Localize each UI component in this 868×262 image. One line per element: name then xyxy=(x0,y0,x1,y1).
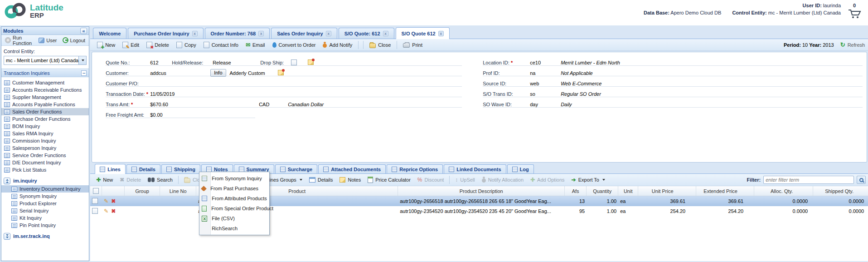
close-tab-icon[interactable]: x xyxy=(326,31,331,36)
print-button[interactable]: Print xyxy=(400,40,426,49)
select-all-checkbox[interactable] xyxy=(93,188,99,194)
source-id-value[interactable]: web xyxy=(530,81,561,86)
lines-search-button[interactable]: Search xyxy=(145,176,176,184)
close-tab-icon[interactable]: x xyxy=(192,31,198,36)
sidebar-item-de-document-inquiry[interactable]: D/E Document Inquiry xyxy=(1,159,89,166)
col-extended-price[interactable]: Extended Price xyxy=(696,186,754,196)
sidebar-item-purchase-order-functions[interactable]: Purchase Order Functions xyxy=(1,115,89,123)
sidebar-group-im-inquiry[interactable]: im.inquiry xyxy=(1,176,89,185)
hold-release-value[interactable]: Release xyxy=(213,60,260,65)
export-to-button[interactable]: ➔Export To xyxy=(568,176,608,184)
delete-x-icon[interactable]: ✖ xyxy=(111,198,116,204)
tab-so-quote-612-inquiry[interactable]: S/O Quote: 612x xyxy=(339,28,394,39)
upsell-button[interactable]: ↕UpSell xyxy=(452,176,478,184)
convert-to-order-button[interactable]: Convert to Order xyxy=(269,41,319,49)
add-notify-button[interactable]: Add Notify xyxy=(320,41,355,49)
col-group[interactable]: Group xyxy=(125,186,160,196)
sidebar-item-sales-rma-inquiry[interactable]: Sales RMA Inquiry xyxy=(1,130,89,137)
delete-x-icon[interactable]: ✖ xyxy=(111,208,116,214)
location-id-value[interactable]: ce10 xyxy=(530,60,561,65)
new-button[interactable]: ✚New xyxy=(94,40,118,49)
prof-id-value[interactable]: na xyxy=(530,70,561,76)
sidebar-item-service-order-functions[interactable]: Service Order Functions xyxy=(1,152,89,159)
tab-log[interactable]: Log xyxy=(507,164,534,173)
sidebar-item-kit-inquiry[interactable]: Kit Inquiry xyxy=(1,214,89,222)
col-product-description[interactable]: Product Description xyxy=(398,186,565,196)
tab-purchase-order-inquiry[interactable]: Purchase Order Inquiryx xyxy=(128,28,203,39)
filter-input[interactable] xyxy=(763,176,854,184)
sidebar-item-pick-list-status[interactable]: Pick List Status xyxy=(1,166,89,173)
close-tab-icon[interactable]: x xyxy=(383,31,388,36)
sidebar-item-pin-point-inquiry[interactable]: Pin Point Inquiry xyxy=(1,222,89,229)
lines-notes-button[interactable]: Notes xyxy=(336,176,364,184)
sidebar-item-product-explorer[interactable]: Product Explorer xyxy=(1,200,89,207)
sidebar-item-serial-inquiry[interactable]: Serial Inquiry xyxy=(1,207,89,214)
tab-surcharge[interactable]: Surcharge xyxy=(275,164,317,173)
lines-details-button[interactable]: Details xyxy=(306,176,336,184)
copy-button[interactable]: Copy xyxy=(173,40,199,49)
tab-welcome[interactable]: Welcome xyxy=(93,28,126,39)
cart-widget[interactable]: 0 xyxy=(845,3,863,19)
tab-order-number-768[interactable]: Order Number: 768x xyxy=(205,28,270,39)
menu-item-from-synonym-inquiry[interactable]: From Synonym Inquiry xyxy=(199,173,269,183)
sidebar-item-accounts-payable[interactable]: Accounts Payable Functions xyxy=(1,101,89,108)
refresh-button[interactable]: ↻ Refresh xyxy=(840,42,865,48)
customer-value[interactable]: addcus xyxy=(150,70,210,76)
sidebar-item-supplier-management[interactable]: Supplier Management xyxy=(1,94,89,101)
lines-new-button[interactable]: ✚New xyxy=(93,176,116,184)
col-unit[interactable]: Unit xyxy=(618,186,638,196)
menu-item-from-attributed-products[interactable]: From Attributed Products xyxy=(199,193,269,203)
sidebar-item-customer-management[interactable]: Customer Management xyxy=(1,79,89,86)
control-entity-dropdown-button[interactable] xyxy=(78,56,86,64)
notify-allocation-button[interactable]: Notify Allocation xyxy=(479,176,527,184)
tab-sales-order-inquiry[interactable]: Sales Order Inquiryx xyxy=(271,28,337,39)
transaction-date-value[interactable]: 11/05/2019 xyxy=(150,91,175,97)
close-button[interactable]: Close xyxy=(366,40,394,49)
col-line-no[interactable]: Line No xyxy=(160,186,196,196)
so-trans-id-value[interactable]: so xyxy=(530,91,561,97)
logout-button[interactable]: Logout xyxy=(61,36,87,44)
email-button[interactable]: ✉Email xyxy=(242,41,268,49)
sidebar-item-salesperson-inquiry[interactable]: Salesperson Inquiry xyxy=(1,144,89,152)
price-calculator-button[interactable]: Price Calculator xyxy=(364,175,414,184)
note-icon[interactable] xyxy=(308,59,314,65)
sidebar-item-inventory-document-inquiry[interactable]: Inventory Document Inquiry xyxy=(1,185,89,193)
close-tab-icon[interactable]: x xyxy=(438,31,444,36)
edit-pencil-icon[interactable]: ✎ xyxy=(104,208,108,214)
drop-ship-checkbox[interactable] xyxy=(291,59,297,65)
sidebar-item-bom-inquiry[interactable]: BOM Inquiry xyxy=(1,123,89,130)
tab-attached-documents[interactable]: Attached Documents xyxy=(318,164,386,173)
close-tab-icon[interactable]: x xyxy=(258,31,264,36)
col-alloc-qty[interactable]: Alloc. Qty. xyxy=(754,186,813,196)
tab-lines[interactable]: Lines xyxy=(95,164,126,174)
sidebar-group-im-ser-track-inq[interactable]: im.ser.track.inq xyxy=(1,232,89,241)
filter-search-button[interactable] xyxy=(857,176,866,184)
tab-reprice-options[interactable]: Reprice Options xyxy=(387,164,443,173)
menu-item-from-past-purchases[interactable]: From Past Purchases xyxy=(199,183,269,193)
free-freight-value[interactable]: $0.00 xyxy=(150,112,163,118)
user-button[interactable]: User xyxy=(37,37,58,44)
collapse-section-icon[interactable]: − xyxy=(81,70,87,76)
customer-info-button[interactable]: Info xyxy=(210,69,226,77)
currency-code-value[interactable]: CAD xyxy=(259,102,288,107)
contact-info-button[interactable]: Contact Info xyxy=(200,40,242,49)
col-shipped-qty[interactable]: Shipped Qty. xyxy=(813,186,868,196)
delete-button[interactable]: ✖Delete xyxy=(143,40,172,49)
lines-delete-button[interactable]: ✖Delete xyxy=(116,176,144,184)
tab-shipping[interactable]: Shipping xyxy=(161,164,200,173)
tab-linked-documents[interactable]: Linked Documents xyxy=(444,164,506,173)
control-entity-select[interactable]: mc - Merrit Lumber (Ltd) Canada xyxy=(4,56,87,65)
tab-so-quote-612-active[interactable]: S/O Quote 612x xyxy=(396,27,450,39)
col-quantity[interactable]: Quantity xyxy=(587,186,618,196)
tab-details[interactable]: Details xyxy=(126,164,160,173)
menu-item-richsearch[interactable]: RichSearch xyxy=(199,223,269,233)
quote-no-value[interactable]: 612 xyxy=(150,60,172,65)
add-options-button[interactable]: ✚Add Options xyxy=(527,176,568,184)
discount-button[interactable]: %Discount xyxy=(414,176,447,184)
menu-item-file-csv[interactable]: XFile (CSV) xyxy=(199,213,269,223)
sidebar-item-sales-order-functions[interactable]: Sales Order Functions xyxy=(1,108,89,115)
sidebar-collapse-icon[interactable]: « xyxy=(80,28,87,34)
row-checkbox[interactable] xyxy=(92,198,98,204)
col-unit-price[interactable]: Unit Price xyxy=(638,186,696,196)
row-checkbox[interactable] xyxy=(92,208,98,214)
